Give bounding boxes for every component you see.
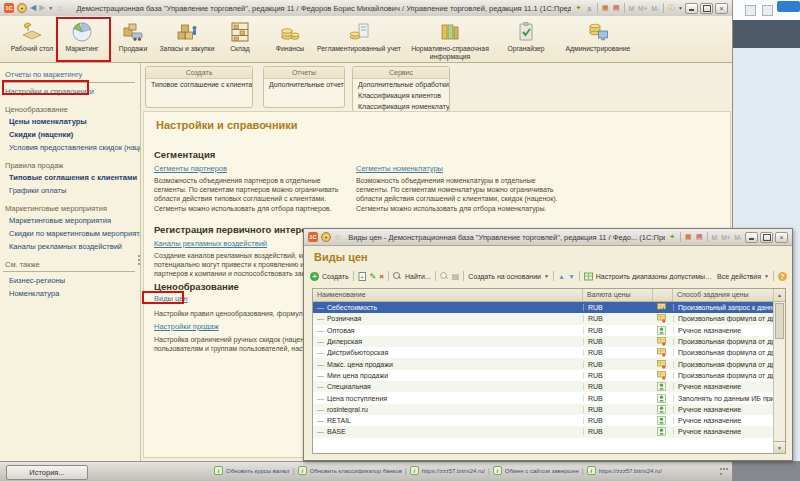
tab-warehouse[interactable]: Склад — [216, 18, 264, 62]
tab-finance[interactable]: Финансы — [264, 18, 316, 62]
history-dropdown-icon[interactable]: ▼ — [48, 5, 53, 11]
link-icon[interactable]: a — [585, 4, 594, 13]
copy-icon[interactable]: + — [358, 272, 367, 281]
table-row[interactable]: —rosintegral.ruRUBРучное назначение — [313, 404, 785, 415]
scroll-down-icon[interactable]: ▼ — [774, 441, 785, 453]
dialog-minimize-button[interactable] — [745, 232, 758, 243]
maximize-button[interactable] — [700, 3, 713, 14]
help-icon[interactable]: ? — [778, 272, 787, 281]
table-row[interactable]: —РозничнаяRUBПроизвольная формула от дру… — [313, 313, 785, 324]
table-row[interactable]: —СебестоимостьRUBПроизвольный запрос к д… — [313, 302, 785, 313]
minimize-button[interactable] — [685, 3, 698, 14]
create-button[interactable]: Создать — [322, 273, 349, 280]
all-actions-button[interactable]: Все действия — [717, 273, 761, 280]
all-actions-dropdown-icon[interactable]: ▼ — [764, 273, 769, 279]
history-button[interactable]: История... — [6, 465, 88, 480]
sidebar-item[interactable]: Маркетинговые мероприятия — [0, 214, 140, 227]
tab-organizer[interactable]: Органайзер — [498, 18, 554, 62]
tab-admin[interactable]: Администрирование — [554, 18, 642, 62]
create-based-dropdown-icon[interactable]: ▼ — [544, 273, 549, 279]
table-row[interactable]: —Цена поступленияRUBЗаполнять по данным … — [313, 392, 785, 403]
resize-grip[interactable] — [720, 468, 728, 476]
move-down-icon[interactable]: ▼ — [568, 273, 575, 280]
table-row[interactable]: —RETAILRUBРучное назначение — [313, 415, 785, 426]
find-button[interactable]: Найти... — [405, 273, 431, 280]
sidebar-item[interactable]: Скидки по маркетинговым мероприят... — [0, 227, 140, 240]
sort-ascending-icon[interactable]: ▲ — [774, 289, 785, 302]
sidebar-item[interactable]: Каналы рекламных воздействий — [0, 240, 140, 253]
status-item[interactable]: Обновить курсы валют — [226, 468, 290, 474]
status-item[interactable]: Обновить классификатор банков — [310, 468, 402, 474]
calendar-icon[interactable]: ▤ — [612, 4, 621, 13]
configure-ranges-button[interactable]: Настроить диапазоны допустимых цен... — [596, 273, 714, 280]
command-item[interactable]: Дополнительные отчеты — [264, 79, 344, 90]
table-row[interactable]: —СпециальнаяRUBРучное назначение — [313, 381, 785, 392]
table-row[interactable]: —ОптоваяRUBРучное назначение — [313, 325, 785, 336]
dialog-menu-button[interactable]: ▼ — [321, 232, 331, 242]
list-settings-icon[interactable]: ▤ — [452, 272, 460, 281]
favorites-star-icon[interactable]: ☆ — [56, 4, 63, 13]
table-row[interactable]: —ДилерскаяRUBПроизвольная формула от дру… — [313, 336, 785, 347]
sidebar-item[interactable]: Условия предоставления скидок (наце... — [0, 141, 140, 154]
tab-desktop[interactable]: Рабочий стол — [8, 18, 56, 62]
command-item[interactable]: Классификация клиентов — [353, 90, 449, 101]
sidebar-item[interactable]: Типовые соглашения с клиентами — [0, 171, 140, 184]
create-based-on-button[interactable]: Создать на основании — [468, 273, 541, 280]
delete-icon[interactable]: × — [379, 272, 384, 281]
move-up-icon[interactable]: ▲ — [558, 273, 565, 280]
edit-icon[interactable]: ✎ — [370, 272, 377, 281]
link-sales-settings[interactable]: Настройки продаж — [154, 322, 219, 331]
add-favorite-icon[interactable]: ✦ — [668, 233, 677, 242]
favorites-star-icon[interactable]: ☆ — [334, 233, 341, 242]
column-header-method-icon[interactable] — [653, 289, 673, 301]
tab-regulated[interactable]: Регламентированный учет — [316, 18, 402, 62]
close-button[interactable]: × — [715, 3, 728, 14]
link-segments-partners[interactable]: Сегменты партнеров — [154, 164, 227, 173]
sidebar-item[interactable]: Бизнес-регионы — [0, 274, 140, 287]
table-scrollbar[interactable]: ▲ ▼ — [773, 289, 785, 453]
column-header-name[interactable]: Наименование — [313, 289, 583, 301]
info-icon[interactable]: ⓘ — [667, 4, 676, 13]
status-item[interactable]: Обмен с сайтом завершен — [505, 468, 579, 474]
calculator-icon[interactable]: ▦ — [684, 233, 693, 242]
info-icon: i — [410, 466, 419, 475]
scrollbar-thumb[interactable] — [775, 303, 784, 339]
mode-m-plus-button[interactable]: M+ — [637, 5, 648, 12]
mode-m-button[interactable]: M — [711, 234, 718, 241]
dialog-maximize-button[interactable] — [760, 232, 773, 243]
sidebar-item[interactable]: Скидки (наценки) — [0, 128, 140, 141]
column-header-method[interactable]: Способ задания цены — [673, 289, 773, 301]
cell-currency: RUB — [583, 406, 653, 413]
calculator-icon[interactable]: ▦ — [601, 4, 610, 13]
cancel-search-icon[interactable] — [440, 272, 449, 281]
table-row[interactable]: —Мин цена продажиRUBПроизвольная формула… — [313, 370, 785, 381]
mode-m-button[interactable]: M — [628, 5, 635, 12]
status-item[interactable]: https://zzz57.bitrix24.ru/ — [422, 468, 485, 474]
table-row[interactable]: —BASERUBРучное назначение — [313, 426, 785, 437]
column-header-currency[interactable]: Валюта цены — [583, 289, 653, 301]
status-item[interactable]: https://zzz57.bitrix24.ru/ — [599, 468, 662, 474]
back-icon[interactable]: ◀ — [30, 4, 36, 12]
main-menu-button[interactable]: ▼ — [17, 3, 27, 13]
mode-m-plus-button[interactable]: M+ — [720, 234, 731, 241]
tab-inventory[interactable]: Запасы и закупки — [158, 18, 216, 62]
tab-reference[interactable]: Нормативно-справочная информация — [402, 18, 498, 62]
command-item[interactable]: Дополнительные обработки — [353, 79, 449, 90]
command-group-title: Создать — [146, 67, 252, 79]
link-ad-channels[interactable]: Каналы рекламных воздействий — [154, 239, 267, 248]
info-dropdown-icon[interactable]: ▼ — [678, 5, 683, 11]
sidebar-item[interactable]: Цены номенклатуры — [0, 115, 140, 128]
command-item[interactable]: Типовое соглашение с клиентами — [146, 79, 252, 90]
dialog-close-button[interactable]: × — [775, 232, 788, 243]
sidebar-item[interactable]: Графики оплаты — [0, 184, 140, 197]
table-row[interactable]: —Макс. цена продажиRUBПроизвольная форму… — [313, 358, 785, 369]
table-row[interactable]: —ДистрибьюторскаяRUBПроизвольная формула… — [313, 347, 785, 358]
link-segments-nomenclature[interactable]: Сегменты номенклатуры — [356, 164, 443, 173]
calendar-icon[interactable]: ▤ — [695, 233, 704, 242]
tab-sales[interactable]: Продажи — [108, 18, 158, 62]
add-favorite-icon[interactable]: ✦ — [574, 4, 583, 13]
mode-m-minus-button[interactable]: M- — [733, 234, 743, 241]
sidebar-splitter[interactable] — [137, 255, 140, 269]
sidebar-item[interactable]: Номенклатура — [0, 287, 140, 300]
mode-m-minus-button[interactable]: M- — [650, 5, 660, 12]
